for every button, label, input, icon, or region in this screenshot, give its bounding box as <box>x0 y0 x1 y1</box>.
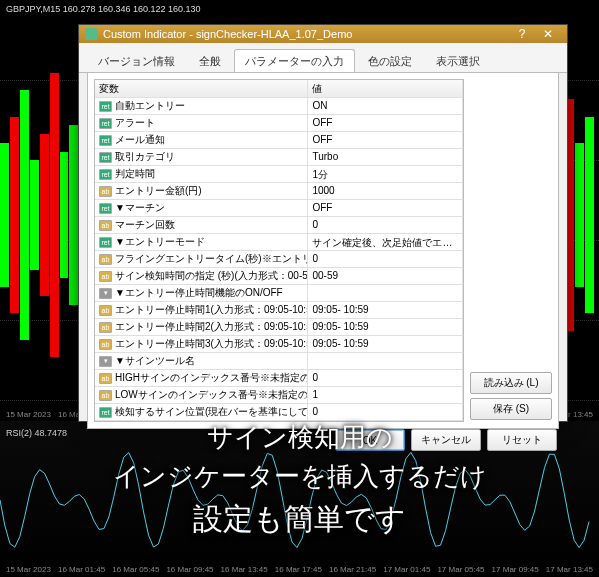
param-row[interactable]: abLOWサインのインデックス番号※未指定の場合は…1 <box>95 387 463 404</box>
type-icon: ▾ <box>99 356 112 367</box>
param-value[interactable]: 1000 <box>308 183 463 199</box>
param-row[interactable]: retアラートOFF <box>95 115 463 132</box>
app-icon <box>85 28 97 40</box>
close-button[interactable]: ✕ <box>535 25 561 43</box>
type-icon: ret <box>99 407 112 418</box>
dialog-titlebar[interactable]: Custom Indicator - signChecker-HLAA_1.07… <box>79 25 567 43</box>
param-row[interactable]: retメール通知OFF <box>95 132 463 149</box>
param-value[interactable]: 09:05- 10:59 <box>308 336 463 352</box>
type-icon: ab <box>99 271 112 282</box>
param-row[interactable]: abHIGHサインのインデックス番号※未指定の場合は…0 <box>95 370 463 387</box>
param-name: abエントリー金額(円) <box>95 183 308 199</box>
type-icon: ab <box>99 390 112 401</box>
time-axis-lower: 15 Mar 202316 Mar 01:4516 Mar 05:4516 Ma… <box>0 565 599 577</box>
param-name: ret▼マーチン <box>95 200 308 216</box>
help-button[interactable]: ? <box>509 25 535 43</box>
param-row[interactable]: ▾▼エントリー停止時間機能のON/OFF <box>95 285 463 302</box>
param-value[interactable]: OFF <box>308 200 463 216</box>
param-row[interactable]: abフライングエントリータイム(秒)※エントリーモードが「サ…0 <box>95 251 463 268</box>
param-value[interactable] <box>308 353 463 369</box>
grid-header: 変数 値 <box>95 80 463 98</box>
type-icon: ▾ <box>99 288 112 299</box>
param-value[interactable]: 00-59 <box>308 268 463 284</box>
type-icon: ret <box>99 237 112 248</box>
param-value[interactable]: 0 <box>308 217 463 233</box>
type-icon: ret <box>99 203 112 214</box>
param-name: ret自動エントリー <box>95 98 308 114</box>
tab-1[interactable]: 全般 <box>188 49 232 72</box>
type-icon: ret <box>99 169 112 180</box>
param-value[interactable]: Turbo <box>308 149 463 165</box>
param-row[interactable]: ▾▼サインツール名 <box>95 353 463 370</box>
param-value[interactable]: 1 <box>308 387 463 403</box>
param-name: abエントリー停止時間3(入力形式：09:05-10:59) <box>95 336 308 352</box>
tab-3[interactable]: 色の設定 <box>357 49 423 72</box>
param-value[interactable]: ON <box>308 98 463 114</box>
param-value[interactable]: 1分 <box>308 166 463 182</box>
type-icon: ret <box>99 152 112 163</box>
type-icon: ab <box>99 220 112 231</box>
param-value[interactable]: 0 <box>308 404 463 420</box>
type-icon: ab <box>99 373 112 384</box>
param-row[interactable]: abエントリー停止時間1(入力形式：09:05-10:59)09:05- 10:… <box>95 302 463 319</box>
symbol-label: GBPJPY,M15 160.278 160.346 160.122 160.1… <box>6 4 201 14</box>
dialog-title: Custom Indicator - signChecker-HLAA_1.07… <box>103 28 509 40</box>
param-name: abエントリー停止時間1(入力形式：09:05-10:59) <box>95 302 308 318</box>
type-icon: ret <box>99 118 112 129</box>
param-name: ret検知するサイン位置(現在バーを基準にして、指定… <box>95 404 308 420</box>
param-name: abサイン検知時間の指定 (秒)(入力形式：00-59)エ… <box>95 268 308 284</box>
param-row[interactable]: ret▼エントリーモードサイン確定後、次足始値でエントリー <box>95 234 463 251</box>
type-icon: ab <box>99 322 112 333</box>
param-name: abエントリー停止時間2(入力形式：09:05-10:59) <box>95 319 308 335</box>
rsi-pane <box>0 440 594 560</box>
load-button[interactable]: 読み込み (L) <box>470 372 552 394</box>
param-name: abHIGHサインのインデックス番号※未指定の場合は… <box>95 370 308 386</box>
param-value[interactable]: OFF <box>308 132 463 148</box>
side-buttons: 読み込み (L) 保存 (S) <box>470 79 552 422</box>
param-name: abフライングエントリータイム(秒)※エントリーモードが「サ… <box>95 251 308 267</box>
rsi-label: RSI(2) 48.7478 <box>6 428 67 438</box>
col-value: 値 <box>308 80 463 97</box>
tab-2[interactable]: パラメーターの入力 <box>234 49 355 72</box>
tab-4[interactable]: 表示選択 <box>425 49 491 72</box>
dialog-tabs: バージョン情報全般パラメーターの入力色の設定表示選択 <box>79 43 567 73</box>
param-name: ret判定時間 <box>95 166 308 182</box>
param-value[interactable]: 0 <box>308 251 463 267</box>
params-grid[interactable]: 変数 値 ret自動エントリーONretアラートOFFretメール通知OFFre… <box>94 79 464 422</box>
type-icon: ret <box>99 135 112 146</box>
tab-0[interactable]: バージョン情報 <box>87 49 186 72</box>
param-value[interactable]: 0 <box>308 370 463 386</box>
type-icon: ret <box>99 101 112 112</box>
param-row[interactable]: abエントリー停止時間3(入力形式：09:05-10:59)09:05- 10:… <box>95 336 463 353</box>
param-row[interactable]: abサイン検知時間の指定 (秒)(入力形式：00-59)エ…00-59 <box>95 268 463 285</box>
param-name: abマーチン回数 <box>95 217 308 233</box>
cancel-button[interactable]: キャンセル <box>411 429 481 451</box>
save-button[interactable]: 保存 (S) <box>470 398 552 420</box>
reset-button[interactable]: リセット <box>487 429 557 451</box>
col-variable: 変数 <box>95 80 308 97</box>
param-value[interactable] <box>308 285 463 301</box>
param-value[interactable]: OFF <box>308 115 463 131</box>
param-row[interactable]: abマーチン回数0 <box>95 217 463 234</box>
param-value[interactable]: 09:05- 10:59 <box>308 302 463 318</box>
param-row[interactable]: abエントリー金額(円)1000 <box>95 183 463 200</box>
dialog-body: 変数 値 ret自動エントリーONretアラートOFFretメール通知OFFre… <box>87 73 559 429</box>
ok-button[interactable]: OK <box>335 429 405 451</box>
param-row[interactable]: abエントリー停止時間2(入力形式：09:05-10:59)09:05- 10:… <box>95 319 463 336</box>
param-name: ▾▼エントリー停止時間機能のON/OFF <box>95 285 308 301</box>
type-icon: ab <box>99 254 112 265</box>
indicator-properties-dialog: Custom Indicator - signChecker-HLAA_1.07… <box>78 24 568 422</box>
svg-rect-0 <box>85 28 97 40</box>
param-name: ret▼エントリーモード <box>95 234 308 250</box>
param-row[interactable]: ret検知するサイン位置(現在バーを基準にして、指定…0 <box>95 404 463 421</box>
dialog-footer: OK キャンセル リセット <box>79 429 567 451</box>
param-row[interactable]: ret自動エントリーON <box>95 98 463 115</box>
param-row[interactable]: ret判定時間1分 <box>95 166 463 183</box>
param-row[interactable]: ret取引カテゴリTurbo <box>95 149 463 166</box>
type-icon: ab <box>99 339 112 350</box>
param-row[interactable]: ret▼マーチンOFF <box>95 200 463 217</box>
param-value[interactable]: 09:05- 10:59 <box>308 319 463 335</box>
type-icon: ab <box>99 305 112 316</box>
param-value[interactable]: サイン確定後、次足始値でエントリー <box>308 234 463 250</box>
type-icon: ab <box>99 186 112 197</box>
